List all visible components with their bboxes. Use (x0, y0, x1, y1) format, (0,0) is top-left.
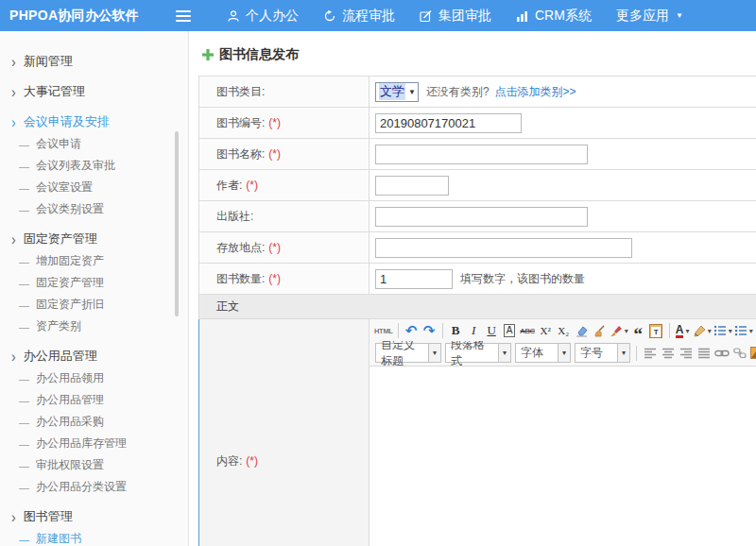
sidebar-section-2[interactable]: ›会议申请及安排 (0, 111, 188, 133)
blockquote-button[interactable]: “ (630, 321, 646, 340)
ordered-list-button[interactable]: ▾ (713, 321, 732, 340)
book-no-label: 图书编号: (216, 115, 265, 131)
add-category-link[interactable]: 点击添加类别>> (495, 84, 576, 100)
sidebar-label: 固定资产管理 (24, 230, 97, 247)
required-mark: (*) (268, 272, 281, 285)
sidebar-label: 办公用品分类设置 (36, 479, 127, 495)
align-center-button[interactable] (660, 344, 676, 363)
sidebar-section-19[interactable]: ›图书管理 (0, 505, 188, 528)
nav-label: 个人办公 (246, 8, 299, 25)
location-input[interactable] (375, 238, 632, 258)
sidebar-item-18[interactable]: —办公用品分类设置 (0, 476, 188, 498)
chevron-right-icon: › (11, 82, 16, 100)
sidebar-item-5[interactable]: —会议室设置 (0, 177, 188, 198)
nav-workflow-approval[interactable]: 流程审批 (323, 8, 395, 25)
quantity-hint: 填写数字，该图书的数量 (460, 271, 585, 287)
clipboard-icon: T (649, 324, 662, 338)
eraser-button[interactable] (574, 321, 590, 340)
undo-button[interactable]: ↶ (404, 321, 420, 340)
dash-icon: — (19, 438, 29, 450)
location-label: 存放地点: (216, 240, 265, 256)
dash-icon: — (19, 321, 29, 333)
publisher-input[interactable] (375, 207, 588, 227)
required-mark: (*) (268, 147, 281, 161)
sidebar-item-13[interactable]: —办公用品领用 (0, 367, 188, 389)
image-icon (750, 347, 756, 359)
sidebar-item-17[interactable]: —审批权限设置 (0, 454, 188, 476)
chevron-down-icon: ▾ (498, 344, 510, 362)
chevron-down-icon: ▾ (685, 327, 689, 335)
align-left-button[interactable] (642, 344, 658, 363)
dash-icon: — (19, 417, 29, 428)
strikethrough-button[interactable]: ABC (520, 321, 536, 340)
font-size-select[interactable]: 字号 ▾ (575, 343, 630, 363)
required-mark: (*) (246, 179, 258, 192)
book-name-input[interactable] (375, 145, 588, 164)
app-window: PHPOA协同办公软件 个人办公 流程审批 (0, 0, 756, 546)
sidebar-item-16[interactable]: —办公用品库存管理 (0, 433, 188, 454)
author-input[interactable] (375, 176, 449, 196)
sidebar-section-0[interactable]: ›新闻管理 (0, 50, 188, 73)
nav-label: 更多应用 (616, 8, 669, 25)
nav-label: CRM系统 (535, 8, 592, 25)
nav-group-approval[interactable]: 集团审批 (420, 8, 491, 25)
unlink-button[interactable] (731, 344, 747, 363)
format-painter-button[interactable]: ▾ (610, 321, 628, 340)
sidebar-label: 新建图书 (36, 531, 81, 546)
sidebar-label: 新闻管理 (24, 53, 73, 70)
editor-content-area[interactable] (369, 367, 756, 546)
sidebar-item-15[interactable]: —办公用品采购 (0, 411, 188, 433)
nav-crm-system[interactable]: CRM系统 (516, 8, 592, 25)
sidebar-item-8[interactable]: —增加固定资产 (0, 250, 188, 272)
sidebar-item-10[interactable]: —固定资产折旧 (0, 294, 188, 316)
html-source-button[interactable]: HTML (374, 321, 393, 340)
custom-heading-select[interactable]: 自定义标题 ▾ (375, 343, 441, 363)
sidebar-label: 会议列表及审批 (36, 158, 115, 174)
category-select[interactable]: 文学 ▼ (375, 82, 419, 102)
font-color-button[interactable]: A ▾ (675, 321, 691, 340)
nav-personal-office[interactable]: 个人办公 (227, 8, 299, 25)
chevron-down-icon: ▾ (617, 344, 629, 362)
sidebar-label: 固定资产管理 (36, 275, 104, 291)
sidebar-section-1[interactable]: ›大事记管理 (0, 80, 188, 103)
page-title: 图书信息发布 (202, 46, 756, 63)
highlight-color-button[interactable]: ▾ (693, 321, 712, 340)
sidebar-item-4[interactable]: —会议列表及审批 (0, 155, 188, 177)
sidebar-item-9[interactable]: —固定资产管理 (0, 272, 188, 294)
paintbrush-icon (610, 325, 623, 337)
paste-word-button[interactable]: T (648, 321, 664, 340)
sidebar-item-3[interactable]: —会议申请 (0, 133, 188, 155)
sidebar-section-12[interactable]: ›办公用品管理 (0, 345, 188, 367)
paragraph-format-select[interactable]: 段落格式 ▾ (445, 343, 511, 363)
unordered-list-button[interactable]: ▾ (734, 321, 753, 340)
dash-icon: — (19, 395, 29, 406)
sidebar-item-20[interactable]: —新建图书 (0, 528, 188, 546)
sidebar-section-7[interactable]: ›固定资产管理 (0, 228, 188, 250)
italic-button[interactable]: I (466, 321, 482, 340)
bold-button[interactable]: B (448, 321, 464, 340)
subscript-button[interactable]: X₂ (556, 321, 572, 340)
sidebar-label: 会议申请及安排 (24, 113, 110, 130)
sidebar-label: 大事记管理 (24, 83, 85, 100)
nav-more-apps[interactable]: 更多应用 ▼ (616, 8, 683, 25)
hamburger-menu-icon[interactable] (176, 10, 191, 22)
sidebar-item-11[interactable]: —资产类别 (0, 316, 188, 337)
redo-button[interactable]: ↷ (421, 321, 438, 340)
clear-format-button[interactable] (592, 321, 608, 340)
font-family-select[interactable]: 字体 ▾ (515, 343, 571, 363)
sidebar-item-6[interactable]: —会议类别设置 (0, 198, 188, 220)
sidebar-scrollbar[interactable] (175, 131, 179, 316)
align-justify-button[interactable] (696, 344, 712, 363)
superscript-button[interactable]: X² (538, 321, 554, 340)
align-right-button[interactable] (678, 344, 694, 363)
underline-button[interactable]: U (484, 321, 500, 340)
font-border-button[interactable]: A (504, 324, 516, 337)
book-no-input[interactable] (375, 113, 522, 133)
quantity-input[interactable] (375, 269, 453, 289)
image-button[interactable] (749, 344, 756, 363)
book-name-label: 图书名称: (216, 146, 265, 162)
category-selected-value: 文学 (379, 83, 405, 100)
top-nav: 个人办公 流程审批 集团审批 (202, 8, 683, 25)
link-button[interactable] (713, 344, 730, 363)
sidebar-item-14[interactable]: —办公用品管理 (0, 389, 188, 411)
